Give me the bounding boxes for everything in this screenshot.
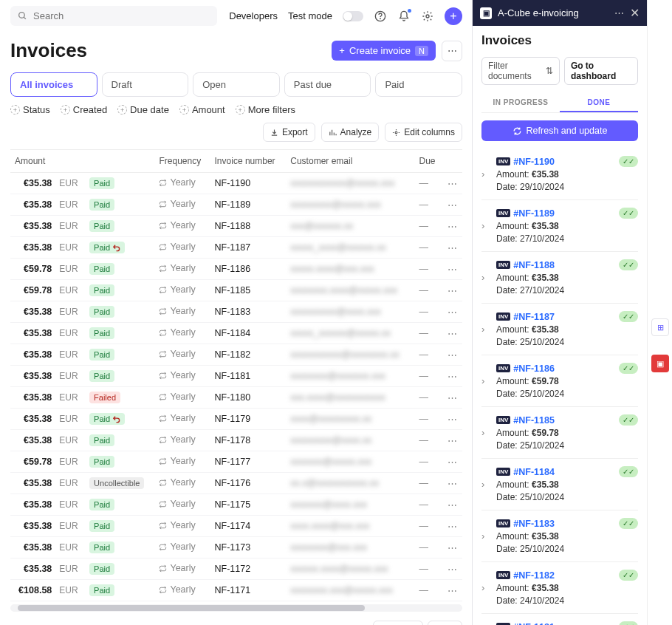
row-more-button[interactable]: ⋯ bbox=[442, 559, 462, 580]
row-more-button[interactable]: ⋯ bbox=[442, 473, 462, 494]
row-more-button[interactable]: ⋯ bbox=[442, 259, 462, 280]
row-more-button[interactable]: ⋯ bbox=[442, 494, 462, 516]
tab-draft[interactable]: Draft bbox=[102, 72, 189, 97]
export-button[interactable]: Export bbox=[263, 123, 315, 142]
row-more-button[interactable]: ⋯ bbox=[442, 323, 462, 344]
next-button[interactable]: Next bbox=[428, 621, 462, 625]
test-mode-toggle[interactable] bbox=[343, 11, 363, 21]
row-more-button[interactable]: ⋯ bbox=[442, 301, 462, 323]
invoice-link[interactable]: #NF-1186 bbox=[513, 363, 555, 374]
filter-due-date[interactable]: +Due date bbox=[117, 104, 169, 115]
panel-close-icon[interactable]: ✕ bbox=[630, 6, 640, 20]
row-more-button[interactable]: ⋯ bbox=[442, 173, 462, 194]
chevron-right-icon[interactable]: › bbox=[481, 427, 490, 438]
row-more-button[interactable]: ⋯ bbox=[442, 537, 462, 559]
tab-past-due[interactable]: Past due bbox=[284, 72, 371, 97]
tab-done[interactable]: DONE bbox=[560, 94, 638, 112]
row-more-button[interactable]: ⋯ bbox=[442, 516, 462, 537]
chevron-right-icon[interactable]: › bbox=[481, 375, 490, 386]
filter-more-filters[interactable]: +More filters bbox=[236, 104, 295, 115]
invoice-link[interactable]: #NF-1188 bbox=[513, 260, 555, 270]
invoice-link[interactable]: #NF-1182 bbox=[513, 570, 555, 581]
panel-invoice-item[interactable]: ›INV#NF-1183✓✓Amount: €35.38Date: 25/10/… bbox=[481, 510, 638, 562]
filter-created[interactable]: +Created bbox=[61, 104, 107, 115]
column-amount[interactable]: Amount bbox=[10, 150, 154, 173]
table-row[interactable]: €59.78EURPaid YearlyNF-1186xxxxx.xxxx@xx… bbox=[10, 259, 462, 280]
developers-link[interactable]: Developers bbox=[229, 10, 278, 21]
row-more-button[interactable]: ⋯ bbox=[442, 580, 462, 601]
search-box[interactable] bbox=[10, 6, 217, 26]
chevron-right-icon[interactable]: › bbox=[481, 168, 490, 180]
panel-invoice-item[interactable]: ›INV#NF-1182✓✓Amount: €35.38Date: 24/10/… bbox=[481, 562, 638, 614]
panel-invoice-item[interactable]: ›INV#NF-1181✓✓ bbox=[481, 614, 638, 625]
table-row[interactable]: €35.38EURPaid YearlyNF-1183xxxxxxxxxx@xx… bbox=[10, 301, 462, 323]
table-row[interactable]: €35.38EURFailed YearlyNF-1180xxx.xxxx@xx… bbox=[10, 387, 462, 409]
tab-open[interactable]: Open bbox=[193, 72, 280, 97]
filter-status[interactable]: +Status bbox=[10, 104, 50, 115]
row-more-button[interactable]: ⋯ bbox=[442, 430, 462, 451]
help-icon[interactable] bbox=[374, 10, 387, 23]
row-more-button[interactable]: ⋯ bbox=[442, 366, 462, 387]
chevron-right-icon[interactable]: › bbox=[481, 479, 490, 490]
row-more-button[interactable]: ⋯ bbox=[442, 387, 462, 409]
row-more-button[interactable]: ⋯ bbox=[442, 280, 462, 301]
panel-invoice-item[interactable]: ›INV#NF-1184✓✓Amount: €35.38Date: 25/10/… bbox=[481, 459, 638, 510]
table-row[interactable]: €35.38EURPaid YearlyNF-1184xxxxx_xxxxxx@… bbox=[10, 323, 462, 344]
table-row[interactable]: €59.78EURPaid YearlyNF-1185xxxxxxxx.xxxx… bbox=[10, 280, 462, 301]
table-row[interactable]: €35.38EURPaid YearlyNF-1188xxx@xxxxxx.xx… bbox=[10, 216, 462, 237]
table-row[interactable]: €59.78EURPaid YearlyNF-1177xxxxxxx@xxxxx… bbox=[10, 451, 462, 473]
column-frequency[interactable]: Frequency bbox=[154, 150, 210, 173]
row-more-button[interactable]: ⋯ bbox=[442, 216, 462, 237]
column-customer-email[interactable]: Customer email bbox=[286, 150, 414, 173]
table-row[interactable]: €35.38EURPaid YearlyNF-1179xxxx@xxxxxxxx… bbox=[10, 409, 462, 430]
panel-invoice-item[interactable]: ›INV#NF-1186✓✓Amount: €59.78Date: 25/10/… bbox=[481, 355, 638, 407]
table-row[interactable]: €35.38EURPaid YearlyNF-1189xxxxxxxxx@xxx… bbox=[10, 194, 462, 216]
edit-columns-button[interactable]: Edit columns bbox=[385, 123, 462, 142]
horizontal-scrollbar[interactable] bbox=[10, 604, 462, 612]
chevron-right-icon[interactable]: › bbox=[481, 272, 490, 283]
panel-invoice-item[interactable]: ›INV#NF-1188✓✓Amount: €35.38Date: 27/10/… bbox=[481, 252, 638, 304]
go-to-dashboard-button[interactable]: Go to dashboard bbox=[564, 57, 638, 85]
apps-icon[interactable]: ⊞ bbox=[651, 318, 669, 336]
invoice-link[interactable]: #NF-1184 bbox=[513, 467, 555, 477]
invoice-link[interactable]: #NF-1190 bbox=[513, 157, 555, 167]
row-more-button[interactable]: ⋯ bbox=[442, 194, 462, 216]
panel-more-icon[interactable]: ⋯ bbox=[614, 7, 624, 18]
filter-documents-dropdown[interactable]: Filter documents ⇅ bbox=[481, 57, 560, 85]
table-row[interactable]: €35.38EURPaid YearlyNF-1178xxxxxxxxx@xxx… bbox=[10, 430, 462, 451]
invoice-link[interactable]: #NF-1185 bbox=[513, 415, 555, 426]
chevron-right-icon[interactable]: › bbox=[481, 530, 490, 542]
analyze-button[interactable]: Analyze bbox=[321, 123, 380, 142]
row-more-button[interactable]: ⋯ bbox=[442, 409, 462, 430]
table-row[interactable]: €35.38EURPaid YearlyNF-1187xxxxx_xxxx@xx… bbox=[10, 237, 462, 259]
table-row[interactable]: €35.38EURPaid YearlyNF-1182xxxxxxxxxxx@x… bbox=[10, 344, 462, 366]
tab-in-progress[interactable]: IN PROGRESS bbox=[481, 94, 560, 112]
notifications-icon[interactable] bbox=[397, 10, 411, 23]
table-row[interactable]: €108.58EURPaid YearlyNF-1171xxxxxxxx.xxx… bbox=[10, 580, 462, 601]
chevron-right-icon[interactable]: › bbox=[481, 621, 490, 625]
chevron-right-icon[interactable]: › bbox=[481, 582, 490, 593]
column-invoice-number[interactable]: Invoice number bbox=[210, 150, 287, 173]
search-input[interactable] bbox=[33, 10, 210, 21]
chevron-right-icon[interactable]: › bbox=[481, 324, 490, 335]
invoice-link[interactable]: #NF-1187 bbox=[513, 312, 555, 322]
tab-paid[interactable]: Paid bbox=[375, 72, 462, 97]
add-button[interactable]: + bbox=[445, 7, 462, 25]
table-row[interactable]: €35.38EURPaid YearlyNF-1172xxxxxx.xxxx@x… bbox=[10, 559, 462, 580]
refresh-button[interactable]: Refresh and update bbox=[481, 120, 638, 141]
table-row[interactable]: €35.38EURPaid YearlyNF-1173xxxxxxxx@xxx.… bbox=[10, 537, 462, 559]
table-row[interactable]: €35.38EURPaid YearlyNF-1181xxxxxxxx@xxxx… bbox=[10, 366, 462, 387]
panel-invoice-item[interactable]: ›INV#NF-1189✓✓Amount: €35.38Date: 27/10/… bbox=[481, 200, 638, 252]
invoice-link[interactable]: #NF-1183 bbox=[513, 519, 555, 529]
tab-all-invoices[interactable]: All invoices bbox=[10, 72, 97, 97]
panel-invoice-item[interactable]: ›INV#NF-1187✓✓Amount: €35.38Date: 25/10/… bbox=[481, 304, 638, 355]
invoice-link[interactable]: #NF-1181 bbox=[513, 622, 555, 626]
previous-button[interactable]: Previous bbox=[373, 621, 424, 625]
table-row[interactable]: €35.38EURPaid YearlyNF-1175xxxxxxx@xxxx.… bbox=[10, 494, 462, 516]
table-row[interactable]: €35.38EURPaid YearlyNF-1174xxxx.xxxx@xxx… bbox=[10, 516, 462, 537]
table-row[interactable]: €35.38EURUncollectible YearlyNF-1176xx.x… bbox=[10, 473, 462, 494]
invoice-link[interactable]: #NF-1189 bbox=[513, 208, 555, 219]
row-more-button[interactable]: ⋯ bbox=[442, 237, 462, 259]
panel-invoice-item[interactable]: ›INV#NF-1190✓✓Amount: €35.38Date: 29/10/… bbox=[481, 148, 638, 200]
create-invoice-button[interactable]: + Create invoice N bbox=[332, 41, 436, 61]
